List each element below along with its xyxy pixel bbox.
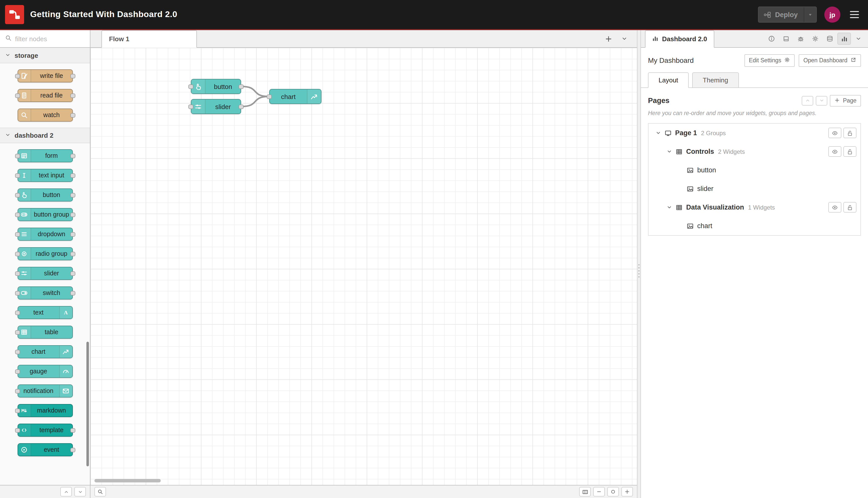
node-output-port[interactable]: [70, 271, 75, 276]
palette-node-chart[interactable]: chart: [17, 345, 72, 358]
tree-row-controls[interactable]: Controls2 Widgets: [649, 143, 860, 161]
sidebar-tabs-caret[interactable]: [851, 30, 866, 47]
node-input-port[interactable]: [15, 212, 20, 217]
main-menu-icon[interactable]: [848, 9, 861, 21]
node-output-port[interactable]: [239, 104, 244, 109]
palette-node-event[interactable]: event: [17, 443, 72, 456]
flow-list-caret[interactable]: [618, 32, 631, 45]
node-input-port[interactable]: [15, 154, 20, 158]
node-output-port[interactable]: [70, 74, 75, 78]
node-input-port[interactable]: [15, 93, 20, 98]
node-input-port[interactable]: [15, 330, 20, 335]
node-input-port[interactable]: [15, 251, 20, 256]
node-output-port[interactable]: [70, 173, 75, 178]
tab-layout[interactable]: Layout: [648, 72, 689, 88]
chevron-down-icon[interactable]: [666, 149, 673, 155]
deploy-button[interactable]: Deploy: [758, 6, 817, 23]
tree-row-button[interactable]: button: [649, 161, 860, 180]
node-output-port[interactable]: [239, 84, 244, 89]
zoom-out-button[interactable]: [593, 487, 605, 497]
palette-search[interactable]: [0, 30, 90, 48]
zoom-in-button[interactable]: [622, 487, 633, 497]
flow-canvas[interactable]: buttonsliderchart: [90, 48, 637, 485]
node-output-port[interactable]: [70, 428, 75, 432]
open-dashboard-button[interactable]: Open Dashboard: [799, 54, 861, 67]
node-input-port[interactable]: [15, 291, 20, 295]
sidebar-tool-layers-icon[interactable]: [823, 32, 836, 45]
node-input-port[interactable]: [15, 350, 20, 354]
node-output-port[interactable]: [70, 93, 75, 98]
visibility-toggle-button[interactable]: [828, 128, 841, 139]
sidebar-tool-info-icon[interactable]: [764, 32, 778, 45]
palette-node-write-file[interactable]: write file: [17, 69, 72, 82]
tree-row-data-visualization[interactable]: Data Visualization1 Widgets: [649, 198, 860, 217]
visibility-toggle-button[interactable]: [828, 146, 841, 157]
tree-row-slider[interactable]: slider: [649, 180, 860, 198]
flow-node-slider[interactable]: slider: [191, 99, 241, 114]
lock-toggle-button[interactable]: [843, 146, 856, 157]
palette-node-markdown[interactable]: markdown: [17, 404, 72, 417]
sidebar-tool-gear-icon[interactable]: [808, 32, 822, 45]
search-flows-button[interactable]: [94, 487, 106, 497]
palette-node-text-input[interactable]: text input: [17, 169, 72, 182]
node-output-port[interactable]: [70, 291, 75, 295]
palette-node-form[interactable]: form: [17, 149, 72, 162]
lock-toggle-button[interactable]: [843, 128, 856, 139]
flow-node-button[interactable]: button: [191, 79, 241, 94]
node-input-port[interactable]: [15, 232, 20, 236]
tree-row-chart[interactable]: chart: [649, 217, 860, 235]
tab-flow-1[interactable]: Flow 1: [102, 30, 197, 48]
node-output-port[interactable]: [70, 251, 75, 256]
palette-node-gauge[interactable]: gauge: [17, 365, 72, 378]
visibility-toggle-button[interactable]: [828, 202, 841, 213]
tab-theming[interactable]: Theming: [692, 72, 739, 88]
node-output-port[interactable]: [70, 447, 75, 452]
node-input-port[interactable]: [15, 408, 20, 413]
palette-category-storage[interactable]: storage: [0, 48, 90, 63]
tree-row-page-1[interactable]: Page 12 Groups: [649, 124, 860, 143]
node-input-port[interactable]: [15, 389, 20, 393]
palette-node-table[interactable]: table: [17, 326, 72, 339]
zoom-reset-button[interactable]: [607, 487, 619, 497]
page-move-down-button[interactable]: [816, 96, 827, 106]
sidebar-tool-bar-chart-icon[interactable]: [837, 32, 851, 45]
toggle-navigator-button[interactable]: [579, 487, 591, 497]
sidebar-tool-bug-icon[interactable]: [794, 32, 807, 45]
node-output-port[interactable]: [70, 212, 75, 217]
palette-scrollbar[interactable]: [86, 342, 89, 466]
node-output-port[interactable]: [70, 232, 75, 236]
lock-toggle-button[interactable]: [843, 202, 856, 213]
user-avatar[interactable]: jp: [824, 6, 840, 23]
sidebar-splitter[interactable]: [637, 30, 641, 498]
node-input-port[interactable]: [267, 94, 272, 99]
palette-collapse-down-button[interactable]: [74, 487, 86, 497]
node-input-port[interactable]: [15, 193, 20, 197]
node-input-port[interactable]: [15, 310, 20, 315]
canvas-horizontal-scrollbar[interactable]: [94, 479, 161, 482]
palette-collapse-up-button[interactable]: [60, 487, 72, 497]
add-page-button[interactable]: Page: [830, 95, 861, 106]
node-input-port[interactable]: [188, 84, 193, 89]
node-input-port[interactable]: [15, 428, 20, 432]
flow-node-chart[interactable]: chart: [269, 89, 321, 104]
palette-node-button-group[interactable]: button group: [17, 208, 72, 221]
palette-node-dropdown[interactable]: dropdown: [17, 228, 72, 241]
palette-node-button[interactable]: button: [17, 188, 72, 201]
palette-node-text[interactable]: Atext: [17, 306, 72, 319]
node-input-port[interactable]: [15, 74, 20, 78]
add-flow-button[interactable]: [602, 32, 615, 45]
palette-node-watch[interactable]: watch: [17, 108, 72, 122]
node-input-port[interactable]: [188, 104, 193, 109]
node-output-port[interactable]: [70, 193, 75, 197]
tab-dashboard-2[interactable]: Dashboard 2.0: [645, 30, 714, 48]
node-input-port[interactable]: [15, 173, 20, 178]
palette-node-slider[interactable]: slider: [17, 267, 72, 280]
palette-search-input[interactable]: [15, 35, 75, 42]
palette-node-template[interactable]: template: [17, 424, 72, 437]
node-input-port[interactable]: [15, 369, 20, 374]
chevron-down-icon[interactable]: [666, 205, 673, 210]
node-output-port[interactable]: [70, 154, 75, 158]
page-move-up-button[interactable]: [802, 96, 813, 106]
palette-node-radio-group[interactable]: radio group: [17, 247, 72, 260]
palette-node-switch[interactable]: switch: [17, 286, 72, 300]
